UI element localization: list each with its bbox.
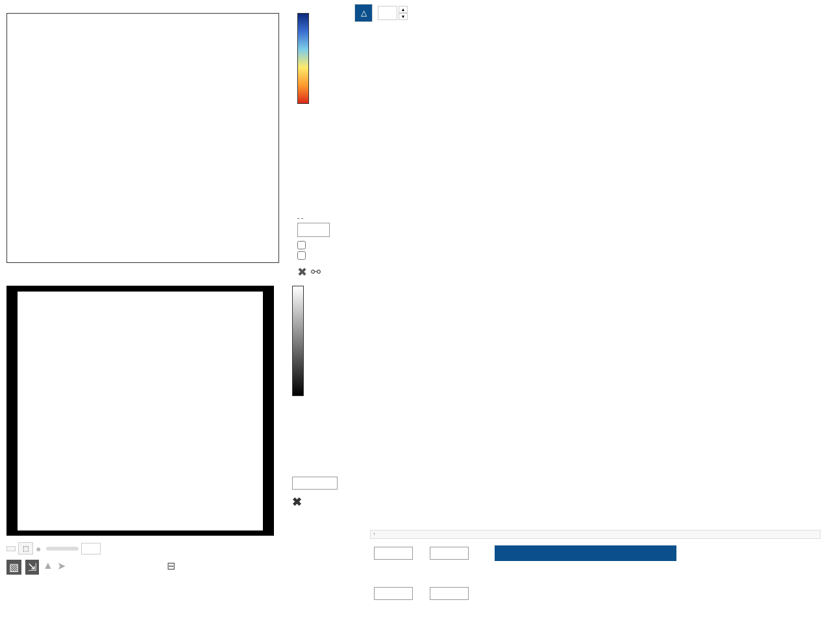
nan-box[interactable]	[297, 223, 330, 237]
bottom-icons: ▧ ⇲ ▲ ➤ ⊟	[0, 560, 344, 575]
dt-up-icon[interactable]: ▲	[399, 6, 408, 13]
channel-grid[interactable]	[17, 291, 264, 531]
link-icon[interactable]: ⚯	[311, 265, 321, 279]
film2-icon[interactable]: ⊟	[167, 560, 175, 575]
heatmap-colorbar	[297, 13, 309, 104]
heartrate-input[interactable]	[374, 587, 413, 600]
channel-grid-wrap	[6, 286, 274, 536]
channel-grid-area: ✖	[0, 286, 344, 536]
waveform-svg[interactable]	[370, 32, 837, 487]
colorbar-area: - - ✖ ⚯	[297, 13, 330, 279]
roi-controls: ⬚ ●	[0, 540, 344, 557]
dt-input[interactable]	[378, 6, 397, 20]
dis-bar	[495, 545, 676, 561]
roi-button[interactable]	[6, 546, 16, 551]
outliers-checkbox[interactable]	[297, 241, 330, 249]
rcursor-input[interactable]	[430, 547, 469, 560]
waveform-area[interactable]	[351, 26, 840, 526]
dot-icon[interactable]: ●	[36, 543, 41, 554]
right-toolbar: △ ▲ ▼	[351, 0, 840, 26]
tag-checkbox[interactable]	[297, 251, 330, 260]
left-toolbar	[0, 0, 344, 8]
settings-icon[interactable]: ✖	[292, 495, 338, 509]
cursor-readout	[351, 539, 840, 606]
heatmap-area: - - ✖ ⚯	[0, 13, 344, 279]
lcursor-input[interactable]	[374, 547, 413, 560]
peak-icon[interactable]: △	[354, 4, 373, 22]
selected-channel-value[interactable]	[292, 477, 338, 490]
left-panel: - - ✖ ⚯	[0, 0, 344, 624]
heatmap-side-controls: - - ✖ ⚯	[297, 214, 330, 279]
send-icon[interactable]: ➤	[57, 560, 66, 575]
heatmap[interactable]	[6, 13, 279, 263]
dt-spinner[interactable]: ▲ ▼	[399, 6, 408, 20]
size-input[interactable]	[81, 543, 101, 555]
rl-input[interactable]	[430, 587, 469, 600]
right-panel: △ ▲ ▼ ‹	[351, 0, 840, 624]
triangle-icon[interactable]: ▲	[43, 560, 53, 575]
clear-icon[interactable]: ▧	[6, 560, 21, 575]
horizontal-scrollbar[interactable]: ‹	[370, 530, 821, 539]
gray-colorbar-area: ✖	[292, 286, 338, 536]
wrench-icon[interactable]: ✖	[297, 265, 307, 279]
roi-select-icon[interactable]: ⬚	[18, 542, 33, 555]
dt-down-icon[interactable]: ▼	[399, 13, 408, 20]
gray-colorbar	[292, 286, 304, 396]
size-slider[interactable]	[46, 547, 79, 551]
pin-icon[interactable]: ⇲	[25, 560, 39, 575]
